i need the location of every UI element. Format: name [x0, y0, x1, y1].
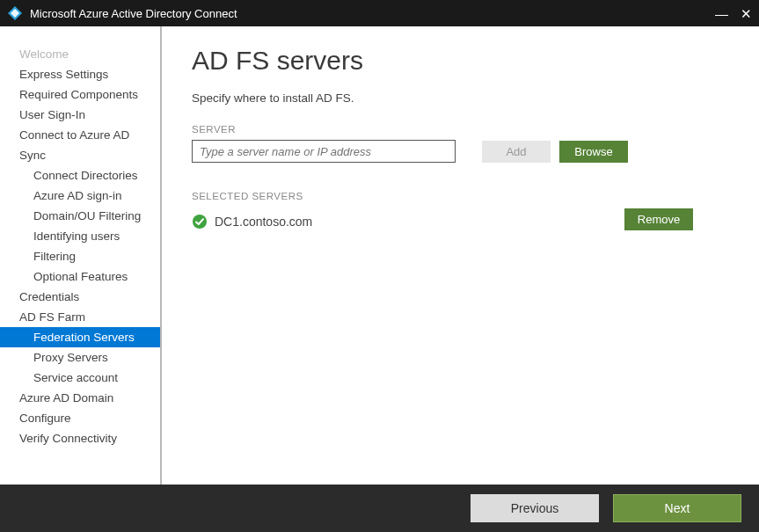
selected-server-name: DC1.contoso.com [215, 215, 312, 229]
sidebar-item-proxy-servers[interactable]: Proxy Servers [0, 347, 160, 368]
titlebar: Microsoft Azure Active Directory Connect… [0, 0, 759, 26]
azure-logo-icon [7, 5, 23, 21]
sidebar-item-configure[interactable]: Configure [0, 408, 160, 428]
add-button: Add [482, 141, 551, 163]
previous-button[interactable]: Previous [471, 494, 599, 522]
selected-server-row: DC1.contoso.com Remove [192, 208, 693, 230]
close-icon[interactable]: ✕ [741, 7, 752, 20]
main-area: Welcome Express Settings Required Compon… [0, 26, 759, 485]
selected-servers-label: SELECTED SERVERS [192, 191, 729, 201]
page-subtitle: Specify where to install AD FS. [192, 91, 729, 105]
sidebar-item-verify-connectivity[interactable]: Verify Connectivity [0, 428, 160, 448]
sidebar-item-credentials[interactable]: Credentials [0, 287, 160, 307]
sidebar-item-azure-ad-signin[interactable]: Azure AD sign-in [0, 186, 160, 206]
sidebar-item-connect-directories[interactable]: Connect Directories [0, 165, 160, 186]
sidebar-item-adfs-farm[interactable]: AD FS Farm [0, 307, 160, 327]
sidebar-item-federation-servers[interactable]: Federation Servers [0, 327, 160, 347]
sidebar-item-user-signin[interactable]: User Sign-In [0, 105, 160, 125]
server-field-label: SERVER [192, 124, 729, 135]
server-input[interactable] [192, 140, 456, 163]
checkmark-circle-icon [192, 214, 208, 230]
sidebar-item-express-settings[interactable]: Express Settings [0, 64, 160, 84]
sidebar-item-service-account[interactable]: Service account [0, 368, 160, 388]
minimize-icon[interactable]: — [715, 7, 728, 20]
browse-button[interactable]: Browse [559, 141, 628, 163]
content-panel: AD FS servers Specify where to install A… [162, 26, 759, 485]
window-title: Microsoft Azure Active Directory Connect [30, 7, 715, 20]
sidebar-item-azure-ad-domain[interactable]: Azure AD Domain [0, 388, 160, 408]
next-button[interactable]: Next [613, 494, 741, 522]
sidebar-item-welcome[interactable]: Welcome [0, 44, 160, 64]
sidebar-item-domain-ou-filtering[interactable]: Domain/OU Filtering [0, 206, 160, 226]
sidebar: Welcome Express Settings Required Compon… [0, 26, 162, 485]
sidebar-item-optional-features[interactable]: Optional Features [0, 266, 160, 287]
page-title: AD FS servers [192, 46, 729, 76]
sidebar-item-connect-azure-ad[interactable]: Connect to Azure AD [0, 125, 160, 145]
sidebar-item-filtering[interactable]: Filtering [0, 246, 160, 266]
remove-button[interactable]: Remove [624, 208, 693, 230]
sidebar-item-required-components[interactable]: Required Components [0, 84, 160, 105]
sidebar-item-identifying-users[interactable]: Identifying users [0, 226, 160, 246]
sidebar-item-sync[interactable]: Sync [0, 145, 160, 165]
server-input-row: Add Browse [192, 140, 729, 163]
window-controls: — ✕ [715, 7, 752, 20]
footer: Previous Next [0, 485, 759, 532]
svg-point-3 [193, 215, 207, 229]
